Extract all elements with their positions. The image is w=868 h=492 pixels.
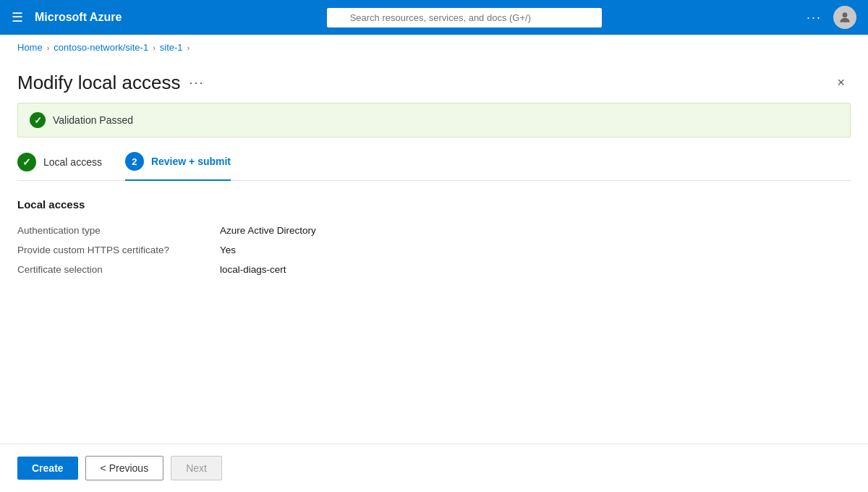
main-content: Modify local access ··· × Validation Pas… bbox=[0, 60, 868, 444]
review-field-table: Authentication type Azure Active Directo… bbox=[17, 221, 851, 279]
step1-complete-icon bbox=[17, 153, 36, 171]
breadcrumb-home[interactable]: Home bbox=[17, 42, 43, 53]
azure-logo: Microsoft Azure bbox=[35, 11, 122, 24]
field-label-auth: Authentication type bbox=[17, 221, 220, 240]
close-button[interactable]: × bbox=[831, 72, 851, 93]
page-header: Modify local access ··· × bbox=[17, 60, 851, 103]
field-value-auth: Azure Active Directory bbox=[220, 221, 851, 240]
field-value-cert: Yes bbox=[220, 240, 851, 260]
step2-label: Review + submit bbox=[151, 156, 231, 167]
validation-check-icon bbox=[30, 112, 46, 128]
field-label-cert: Provide custom HTTPS certificate? bbox=[17, 240, 220, 260]
search-input[interactable] bbox=[327, 8, 602, 27]
breadcrumb-sep-3: › bbox=[187, 43, 190, 52]
svg-point-0 bbox=[843, 12, 848, 17]
validation-text: Validation Passed bbox=[53, 114, 133, 126]
topbar-more-icon[interactable]: ··· bbox=[807, 10, 822, 25]
breadcrumb-sep-2: › bbox=[153, 43, 156, 52]
step2-number: 2 bbox=[125, 152, 144, 171]
step-tabs: Local access 2 Review + submit bbox=[17, 152, 851, 181]
page-title: Modify local access bbox=[17, 72, 180, 94]
review-section-title: Local access bbox=[17, 198, 851, 211]
step1-label: Local access bbox=[43, 156, 102, 168]
search-wrapper: 🔍 bbox=[327, 8, 602, 27]
tab-local-access[interactable]: Local access bbox=[17, 153, 102, 180]
avatar[interactable] bbox=[833, 6, 856, 29]
table-row: Provide custom HTTPS certificate? Yes bbox=[17, 240, 851, 260]
page-title-row: Modify local access ··· bbox=[17, 72, 204, 94]
breadcrumb-network[interactable]: contoso-network/site-1 bbox=[54, 42, 148, 53]
tab-review-submit[interactable]: 2 Review + submit bbox=[125, 152, 231, 181]
table-row: Certificate selection local-diags-cert bbox=[17, 260, 851, 279]
validation-banner: Validation Passed bbox=[17, 103, 851, 137]
previous-button[interactable]: < Previous bbox=[85, 456, 164, 480]
review-content: Local access Authentication type Azure A… bbox=[17, 198, 851, 444]
topbar-actions: ··· bbox=[807, 6, 856, 29]
page-options-icon[interactable]: ··· bbox=[189, 75, 204, 90]
table-row: Authentication type Azure Active Directo… bbox=[17, 221, 851, 240]
next-button: Next bbox=[171, 456, 222, 480]
footer: Create < Previous Next bbox=[0, 444, 868, 492]
avatar-icon bbox=[838, 10, 852, 25]
hamburger-icon[interactable]: ☰ bbox=[12, 9, 23, 25]
create-button[interactable]: Create bbox=[17, 457, 78, 480]
topbar: ☰ Microsoft Azure 🔍 ··· bbox=[0, 0, 868, 35]
breadcrumb-sep-1: › bbox=[47, 43, 50, 52]
field-label-cert-sel: Certificate selection bbox=[17, 260, 220, 279]
field-value-cert-sel: local-diags-cert bbox=[220, 260, 851, 279]
breadcrumb: Home › contoso-network/site-1 › site-1 › bbox=[0, 35, 868, 60]
breadcrumb-site[interactable]: site-1 bbox=[160, 42, 183, 53]
